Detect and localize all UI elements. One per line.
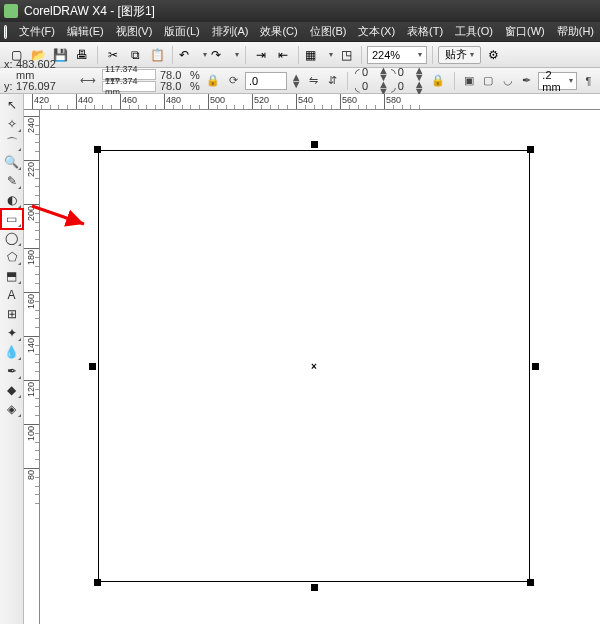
welcome-icon[interactable]: ◳ xyxy=(336,45,356,65)
shape-tool-glyph: ✧ xyxy=(7,118,17,130)
menu-5[interactable]: 效果(C) xyxy=(254,24,303,39)
flyout-indicator xyxy=(18,395,21,398)
document-icon[interactable] xyxy=(4,25,7,39)
crop-tool[interactable]: ⌒ xyxy=(2,134,22,152)
dimension-icon: ⟷ xyxy=(80,74,96,87)
spinner[interactable]: ▲▼ xyxy=(291,74,302,88)
chevron-down-icon: ▾ xyxy=(329,50,333,59)
zoom-tool[interactable]: 🔍 xyxy=(2,153,22,171)
app-icon xyxy=(4,4,18,18)
eyedropper-tool[interactable]: 💧 xyxy=(2,343,22,361)
text-tool[interactable]: A xyxy=(2,286,22,304)
interactive-tool[interactable]: ✦ xyxy=(2,324,22,342)
chevron-down-icon: ▾ xyxy=(235,50,239,59)
corner-tr[interactable]: 0 xyxy=(398,67,412,81)
interactive-fill-tool[interactable]: ◈ xyxy=(2,400,22,418)
height-value[interactable]: 117.374 mm xyxy=(102,81,156,92)
selection-handle[interactable] xyxy=(532,363,539,370)
flyout-indicator xyxy=(18,376,21,379)
ruler-horizontal[interactable]: 420440460480500520540560580 xyxy=(24,94,600,110)
selection-center[interactable]: × xyxy=(311,361,317,372)
rotation-angle[interactable]: .0 xyxy=(245,72,287,90)
selection-handle[interactable] xyxy=(311,141,318,148)
corner-br-icon: ◞ xyxy=(391,81,396,95)
corner-br[interactable]: 0 xyxy=(398,81,412,95)
corner-tl-icon: ◜ xyxy=(355,67,360,81)
ellipse-tool[interactable]: ◯ xyxy=(2,229,22,247)
menu-2[interactable]: 视图(V) xyxy=(110,24,159,39)
menu-6[interactable]: 位图(B) xyxy=(304,24,353,39)
import-icon[interactable]: ⇥ xyxy=(251,45,271,65)
interactive-tool-glyph: ✦ xyxy=(7,327,17,339)
menu-11[interactable]: 帮助(H) xyxy=(551,24,600,39)
scale-y[interactable]: 78.0 xyxy=(160,81,188,92)
snap-to-button[interactable]: 贴齐 ▾ xyxy=(438,46,481,64)
print-icon[interactable]: 🖶 xyxy=(72,45,92,65)
redo-icon[interactable]: ↷▾ xyxy=(210,45,240,65)
scale-x[interactable]: 78.0 xyxy=(160,70,188,81)
smart-fill-tool[interactable]: ◐ xyxy=(2,191,22,209)
separator xyxy=(245,46,246,64)
outline-width[interactable]: .2 mm▾ xyxy=(538,72,576,90)
menu-3[interactable]: 版面(L) xyxy=(158,24,205,39)
menu-7[interactable]: 文本(X) xyxy=(352,24,401,39)
corner-lock-icon[interactable]: 🔒 xyxy=(431,74,445,87)
separator xyxy=(432,46,433,64)
chevron-down-icon: ▾ xyxy=(203,50,207,59)
zoom-level-combo[interactable]: 224% ▾ xyxy=(367,46,427,64)
menubar: 文件(F)编辑(E)视图(V)版面(L)排列(A)效果(C)位图(B)文本(X)… xyxy=(0,22,600,42)
selection-handle[interactable] xyxy=(89,363,96,370)
fill-tool[interactable]: ◆ xyxy=(2,381,22,399)
ruler-vertical[interactable]: 24022020018016014012010080 xyxy=(24,110,40,624)
selection-handle[interactable] xyxy=(94,579,101,586)
shape-tool[interactable]: ✧ xyxy=(2,115,22,133)
rotate-icon: ⟳ xyxy=(226,72,241,90)
paste-icon[interactable]: 📋 xyxy=(147,45,167,65)
selection-handle[interactable] xyxy=(527,146,534,153)
undo-icon[interactable]: ↶▾ xyxy=(178,45,208,65)
selection-handle[interactable] xyxy=(527,579,534,586)
flyout-indicator xyxy=(18,262,21,265)
menu-4[interactable]: 排列(A) xyxy=(206,24,255,39)
rectangle-tool[interactable]: ▭ xyxy=(2,210,22,228)
lock-ratio-icon[interactable]: 🔒 xyxy=(206,74,220,87)
flyout-indicator xyxy=(18,281,21,284)
rectangle-tool-glyph: ▭ xyxy=(6,213,17,225)
menu-0[interactable]: 文件(F) xyxy=(13,24,61,39)
corner-bl[interactable]: 0 xyxy=(362,81,376,95)
ellipse-tool-glyph: ◯ xyxy=(5,232,18,244)
separator xyxy=(172,46,173,64)
menu-10[interactable]: 窗口(W) xyxy=(499,24,551,39)
flyout-indicator xyxy=(18,243,21,246)
options-icon[interactable]: ⚙ xyxy=(483,45,503,65)
mirror-v-icon[interactable]: ⇵ xyxy=(325,72,340,90)
mirror-h-icon[interactable]: ⇋ xyxy=(306,72,321,90)
canvas[interactable]: × xyxy=(40,110,600,624)
separator xyxy=(347,72,348,90)
window-title: CorelDRAW X4 - [图形1] xyxy=(24,3,155,20)
basic-shapes-tool[interactable]: ⬒ xyxy=(2,267,22,285)
snap-label: 贴齐 xyxy=(445,47,467,62)
to-front-icon[interactable]: ▣ xyxy=(462,72,477,90)
cut-icon[interactable]: ✂ xyxy=(103,45,123,65)
to-back-icon[interactable]: ▢ xyxy=(481,72,496,90)
crop-tool-glyph: ⌒ xyxy=(6,137,18,149)
menu-8[interactable]: 表格(T) xyxy=(401,24,449,39)
menu-1[interactable]: 编辑(E) xyxy=(61,24,110,39)
polygon-tool[interactable]: ⬠ xyxy=(2,248,22,266)
outline-tool[interactable]: ✒ xyxy=(2,362,22,380)
selection-handle[interactable] xyxy=(94,146,101,153)
app-launcher-icon[interactable]: ▦▾ xyxy=(304,45,334,65)
convert-curves-icon[interactable]: ◡ xyxy=(500,72,515,90)
menu-9[interactable]: 工具(O) xyxy=(449,24,499,39)
pick-tool[interactable]: ↖ xyxy=(2,96,22,114)
selection-handle[interactable] xyxy=(311,584,318,591)
export-icon[interactable]: ⇤ xyxy=(273,45,293,65)
copy-icon[interactable]: ⧉ xyxy=(125,45,145,65)
x-value[interactable]: 483.602 mm xyxy=(16,59,74,81)
freehand-tool[interactable]: ✎ xyxy=(2,172,22,190)
corner-tl[interactable]: 0 xyxy=(362,67,376,81)
corner-bl-icon: ◟ xyxy=(355,81,360,95)
table-tool[interactable]: ⊞ xyxy=(2,305,22,323)
wrap-text-icon[interactable]: ¶ xyxy=(581,72,596,90)
